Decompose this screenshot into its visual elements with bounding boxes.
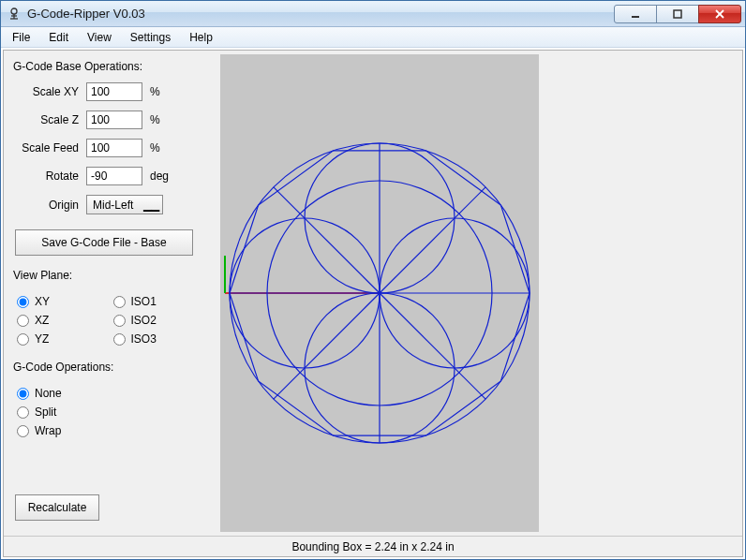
radio-iso3-input[interactable] — [113, 333, 126, 346]
radio-wrap-label: Wrap — [35, 424, 61, 437]
client-area: G-Code Base Operations: Scale XY % Scale… — [3, 50, 743, 557]
view-plane-title: View Plane: — [13, 269, 205, 282]
gcode-ops-options: None Split Wrap — [17, 387, 205, 437]
radio-iso1-input[interactable] — [113, 296, 126, 308]
save-gcode-base-button[interactable]: Save G-Code File - Base — [15, 229, 193, 256]
preview-area — [215, 51, 742, 536]
radio-wrap[interactable]: Wrap — [17, 424, 205, 437]
workarea: G-Code Base Operations: Scale XY % Scale… — [4, 51, 742, 536]
origin-dropdown[interactable]: Mid-Left ▁▁ — [86, 195, 163, 214]
unit-rotate: deg — [150, 169, 169, 183]
radio-yz[interactable]: YZ — [17, 332, 110, 346]
label-scale-xy: Scale XY — [13, 85, 86, 98]
titlebar: G-Code-Ripper V0.03 — [1, 1, 745, 27]
dropdown-indicator-icon: ▁▁ — [143, 199, 157, 212]
row-origin: Origin Mid-Left ▁▁ — [13, 195, 205, 214]
statusbar: Bounding Box = 2.24 in x 2.24 in — [4, 536, 742, 556]
label-rotate: Rotate — [13, 169, 86, 183]
radio-iso3-label: ISO3 — [131, 332, 157, 346]
radio-xy-label: XY — [35, 295, 50, 308]
svg-rect-5 — [674, 10, 681, 18]
radio-iso3[interactable]: ISO3 — [113, 332, 206, 346]
input-scale-xy[interactable] — [86, 82, 142, 101]
radio-iso1-label: ISO1 — [131, 295, 157, 308]
unit-scale-xy: % — [150, 85, 160, 98]
status-text: Bounding Box = 2.24 in x 2.24 in — [291, 540, 454, 553]
unit-scale-z: % — [150, 113, 160, 126]
base-ops-title: G-Code Base Operations: — [13, 60, 205, 73]
svg-line-22 — [274, 187, 380, 293]
row-scale-z: Scale Z % — [13, 111, 205, 129]
menu-view[interactable]: View — [78, 27, 121, 47]
unit-scale-feed: % — [150, 141, 160, 155]
radio-xz[interactable]: XZ — [17, 314, 110, 327]
radio-iso2-label: ISO2 — [131, 314, 157, 327]
row-scale-feed: Scale Feed % — [13, 139, 205, 157]
toolpath-group — [230, 143, 530, 443]
radio-split-input[interactable] — [17, 406, 29, 419]
row-rotate: Rotate deg — [13, 167, 205, 185]
menu-file[interactable]: File — [3, 27, 39, 47]
origin-value: Mid-Left — [93, 199, 133, 212]
label-origin: Origin — [13, 199, 86, 212]
radio-xy-input[interactable] — [17, 296, 29, 308]
maximize-button[interactable] — [656, 5, 699, 23]
menu-settings[interactable]: Settings — [121, 27, 180, 47]
sidebar: G-Code Base Operations: Scale XY % Scale… — [4, 51, 215, 536]
recalculate-button[interactable]: Recalculate — [15, 494, 99, 521]
row-scale-xy: Scale XY % — [13, 82, 205, 101]
toolpath-drawing — [220, 54, 539, 532]
svg-line-21 — [380, 187, 485, 293]
radio-none[interactable]: None — [17, 387, 205, 400]
radio-xz-input[interactable] — [17, 315, 29, 327]
radio-yz-label: YZ — [35, 332, 49, 346]
radio-iso2[interactable]: ISO2 — [113, 314, 206, 327]
radio-wrap-input[interactable] — [17, 425, 29, 437]
preview-canvas[interactable] — [220, 54, 539, 532]
svg-line-19 — [380, 293, 485, 399]
radio-none-label: None — [35, 387, 62, 400]
svg-point-0 — [11, 8, 17, 14]
input-rotate[interactable] — [86, 167, 142, 185]
radio-none-input[interactable] — [17, 388, 29, 400]
menubar: File Edit View Settings Help — [1, 27, 745, 48]
radio-split[interactable]: Split — [17, 405, 205, 419]
label-scale-feed: Scale Feed — [13, 141, 86, 155]
close-button[interactable] — [698, 5, 741, 23]
window-buttons — [615, 5, 741, 23]
gcode-ops-title: G-Code Operations: — [13, 361, 205, 374]
label-scale-z: Scale Z — [13, 113, 86, 126]
app-icon — [7, 7, 22, 22]
radio-xz-label: XZ — [35, 314, 49, 327]
radio-split-label: Split — [35, 405, 56, 419]
radio-yz-input[interactable] — [17, 333, 29, 346]
svg-line-20 — [274, 293, 380, 399]
menu-help[interactable]: Help — [180, 27, 222, 47]
radio-iso2-input[interactable] — [113, 315, 126, 327]
minimize-button[interactable] — [614, 5, 657, 23]
input-scale-feed[interactable] — [86, 139, 142, 157]
input-scale-z[interactable] — [86, 111, 142, 129]
radio-xy[interactable]: XY — [17, 295, 110, 308]
window-title: G-Code-Ripper V0.03 — [27, 7, 615, 21]
menu-edit[interactable]: Edit — [39, 27, 78, 47]
view-plane-options: XY ISO1 XZ ISO2 YZ — [17, 295, 205, 346]
radio-iso1[interactable]: ISO1 — [113, 295, 206, 308]
